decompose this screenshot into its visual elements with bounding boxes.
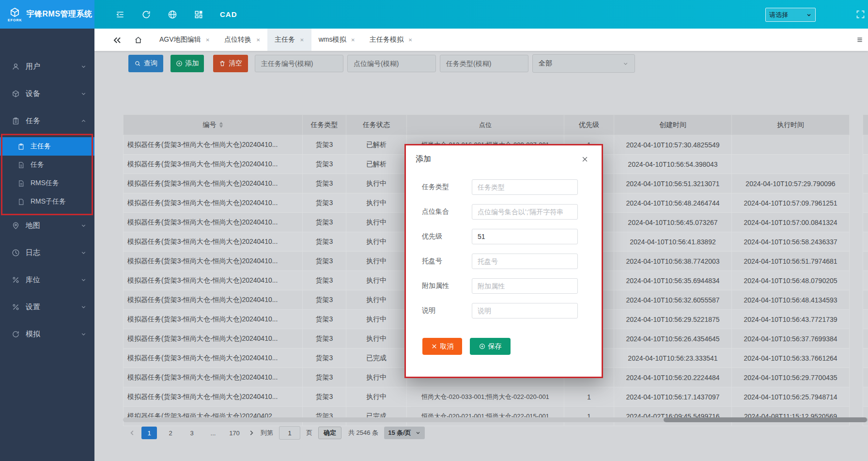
cell-task-status: 已完成: [346, 349, 407, 368]
collapse-tabs-icon[interactable]: [113, 36, 122, 44]
cell-task-status: 执行中: [346, 213, 407, 232]
sidebar-item-tasks[interactable]: 任务: [0, 110, 94, 131]
table-row[interactable]: 模拟器任务(货架3-恒尚大仓-恒尚大仓)20240410... 货架3 执行中 …: [124, 387, 868, 407]
simulate-icon: [12, 330, 20, 338]
filter-input[interactable]: [347, 55, 436, 72]
chevron-down-icon: [80, 304, 87, 310]
chevron-down-icon: [80, 223, 87, 229]
chevron-down-icon: [80, 277, 87, 283]
sidebar-item-task[interactable]: 任务: [0, 156, 94, 174]
close-icon[interactable]: [581, 156, 589, 163]
total-count-label: 共 2546 条: [348, 429, 378, 437]
topbar-select[interactable]: 请选择: [765, 8, 816, 22]
cell-created-time: 2024-04-10T10:57:30.4825549: [614, 135, 732, 155]
tab[interactable]: 点位转换 ✕: [217, 29, 267, 51]
task-type-select[interactable]: 全部: [532, 54, 635, 73]
cad-menu[interactable]: CAD: [220, 10, 237, 18]
tab-close-icon[interactable]: ✕: [206, 37, 210, 43]
tab-close-icon[interactable]: ✕: [300, 37, 304, 43]
dialog-field-input[interactable]: [472, 303, 578, 318]
sidebar-item-users[interactable]: 用户: [0, 56, 94, 77]
goto-page-input[interactable]: [279, 426, 300, 440]
horizontal-scrollbar[interactable]: [123, 417, 868, 422]
confirm-page-button[interactable]: 确定: [318, 427, 341, 439]
document-icon: [17, 180, 25, 187]
tab[interactable]: AGV地图编辑 ✕: [152, 29, 217, 51]
logo-cube-icon: [9, 7, 20, 18]
dialog-field-row: 附加属性: [422, 273, 602, 298]
tab[interactable]: 主任务模拟 ✕: [362, 29, 419, 51]
save-button[interactable]: 保存: [470, 338, 511, 355]
refresh-icon[interactable]: [141, 10, 151, 19]
cell-executed-time: 2024-04-10T10:57:00.0841324: [732, 213, 850, 232]
filter-input[interactable]: [440, 55, 528, 72]
sidebar-item-main-task[interactable]: 主任务: [0, 137, 94, 156]
clear-button[interactable]: 清空: [213, 55, 248, 72]
page-button[interactable]: ...: [205, 427, 221, 439]
dialog-field-input[interactable]: [472, 204, 578, 220]
dialog-field-input[interactable]: [472, 179, 578, 195]
dialog-field-input[interactable]: [472, 229, 578, 244]
page-size-select[interactable]: 15 条/页: [384, 427, 425, 439]
tab-close-icon[interactable]: ✕: [351, 37, 355, 43]
table-row[interactable]: 模拟器任务(货架3-恒尚大仓-恒尚大仓)20240402... 货架3 已完成 …: [124, 407, 868, 426]
page-button[interactable]: 2: [163, 427, 178, 439]
cell-task-status: 执行中: [346, 193, 407, 213]
prev-page-icon[interactable]: [129, 429, 136, 436]
tab-overflow-icon[interactable]: [856, 36, 863, 43]
collapse-menu-icon[interactable]: [115, 10, 125, 19]
next-page-icon[interactable]: [248, 429, 255, 436]
file-icon: [17, 198, 25, 206]
dialog-field-input[interactable]: [472, 278, 578, 294]
home-icon[interactable]: [134, 36, 142, 44]
cell-task-type: 货架3: [303, 368, 346, 387]
cell-task-id: 模拟器任务(货架3-恒尚大仓-恒尚大仓)20240410...: [124, 232, 303, 252]
cell-task-type: 货架3: [303, 252, 346, 271]
scrollbar-thumb[interactable]: [664, 417, 867, 422]
page-button[interactable]: 1: [141, 427, 157, 439]
cell-created-time: 2024-04-10T10:56:26.4354645: [614, 329, 732, 349]
cell-executed-time: 2024-04-10T10:56:33.7661264: [732, 349, 850, 368]
col-header-id[interactable]: 编号: [124, 115, 303, 135]
query-button[interactable]: 查询: [128, 55, 163, 72]
cell-task-type: 货架3: [303, 193, 346, 213]
sidebar-item-simulation[interactable]: 模拟: [0, 323, 94, 345]
tab-close-icon[interactable]: ✕: [408, 37, 412, 43]
sidebar-item-devices[interactable]: 设备: [0, 83, 94, 104]
tab[interactable]: wms模拟 ✕: [311, 29, 362, 51]
tab-close-icon[interactable]: ✕: [256, 37, 260, 43]
page-button[interactable]: 170: [227, 427, 242, 439]
cell-task-status: 执行中: [346, 310, 407, 329]
cell-task-id: 模拟器任务(货架3-恒尚大仓-恒尚大仓)20240410...: [124, 155, 303, 174]
dialog-field-row: 点位集合: [422, 199, 602, 224]
chevron-down-icon: [80, 250, 87, 256]
filter-input[interactable]: [255, 55, 343, 72]
sort-icon[interactable]: [219, 122, 223, 128]
dialog-field-input[interactable]: [472, 254, 578, 269]
tab[interactable]: 主任务 ✕: [267, 29, 311, 51]
cell-task-status: 执行中: [346, 329, 407, 349]
cell-task-id: 模拟器任务(货架3-恒尚大仓-恒尚大仓)20240402...: [124, 407, 303, 426]
add-button[interactable]: 添加: [170, 55, 204, 72]
cell-task-status: 执行中: [346, 232, 407, 252]
sidebar-item-settings[interactable]: 设置: [0, 296, 94, 318]
page-unit-label: 页: [306, 429, 312, 437]
globe-icon[interactable]: [168, 10, 177, 19]
goto-label: 到第: [261, 429, 273, 437]
cell-executed-time: 2024-04-10T10:56:58.2436337: [732, 232, 850, 252]
sidebar-item-rms-subtask[interactable]: RMS子任务: [0, 192, 94, 211]
fullscreen-icon[interactable]: [855, 9, 866, 19]
cell-task-id: 模拟器任务(货架3-恒尚大仓-恒尚大仓)20240410...: [124, 329, 303, 349]
cell-priority: 1: [564, 387, 614, 407]
apps-grid-icon[interactable]: [194, 10, 203, 19]
cell-task-id: 模拟器任务(货架3-恒尚大仓-恒尚大仓)20240410...: [124, 252, 303, 271]
page-button[interactable]: 3: [184, 427, 200, 439]
dialog-field-row: 任务类型: [422, 175, 602, 199]
sidebar-item-map[interactable]: 地图: [0, 215, 94, 236]
cell-task-type: 货架3: [303, 290, 346, 310]
cell-task-status: 执行中: [346, 368, 407, 387]
sidebar-item-rms-task[interactable]: RMS任务: [0, 174, 94, 192]
sidebar-item-logs[interactable]: 日志: [0, 242, 94, 263]
cancel-button[interactable]: 取消: [422, 338, 462, 355]
sidebar-item-storage[interactable]: 库位: [0, 269, 94, 290]
